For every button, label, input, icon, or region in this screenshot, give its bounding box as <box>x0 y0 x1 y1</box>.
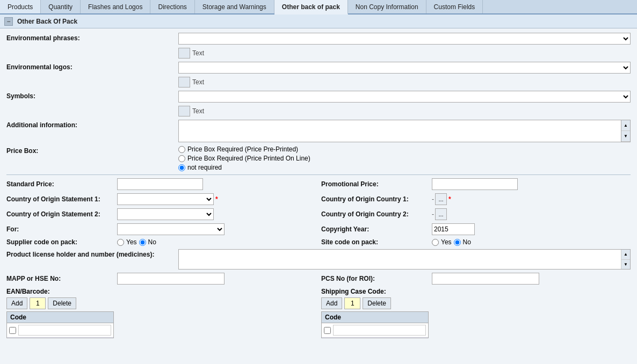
ean-row-checkbox[interactable] <box>9 327 16 334</box>
country-origin-country2-label: Country of Origin Country 2: <box>321 210 429 218</box>
additional-info-field: ▲ ▼ <box>178 120 631 142</box>
product-license-label: Product license holder and number (medic… <box>6 249 178 258</box>
additional-info-textarea[interactable] <box>179 120 621 140</box>
price-box-on-line-radio[interactable] <box>178 155 185 162</box>
tab-quantity[interactable]: Quantity <box>41 0 81 13</box>
product-license-row: Product license holder and number (medic… <box>6 249 631 270</box>
for-label: For: <box>6 225 114 233</box>
symbols-row: Symbols: Text <box>6 91 631 117</box>
symbols-select[interactable] <box>178 91 631 103</box>
tab-products[interactable]: Products <box>0 0 41 13</box>
site-code-yes-label: Yes <box>441 238 452 246</box>
promotional-price-input[interactable] <box>432 178 518 190</box>
pcs-no-input[interactable] <box>432 273 539 285</box>
country-origin-country2-ellipsis-btn[interactable]: ... <box>435 208 447 220</box>
ean-barcode-controls: Add Delete <box>6 297 316 309</box>
country-origin-country1-dash: - <box>432 195 434 203</box>
shipping-code-column-header: Code <box>322 312 428 323</box>
supplier-code-col: Supplier code on pack: Yes No <box>6 238 316 246</box>
product-license-spinner-up[interactable]: ▲ <box>621 250 630 260</box>
price-box-not-required-radio[interactable] <box>178 164 185 171</box>
country-origin-stmt1-select[interactable] <box>117 193 214 205</box>
for-select[interactable] <box>117 223 225 235</box>
ean-count-input[interactable] <box>30 297 46 309</box>
mapp-hse-label: MAPP or HSE No: <box>6 275 114 282</box>
mapp-hse-col: MAPP or HSE No: <box>6 273 316 285</box>
promotional-price-label: Promotional Price: <box>321 180 429 188</box>
product-license-textarea[interactable] <box>179 250 621 269</box>
environmental-logos-row: Environmental logos: Text <box>6 62 631 88</box>
shipping-delete-btn[interactable]: Delete <box>363 297 391 309</box>
copyright-year-input[interactable]: 2015 <box>432 223 475 235</box>
ean-code-input[interactable] <box>18 325 111 336</box>
supplier-code-no-radio[interactable] <box>139 239 146 246</box>
price-box-pre-printed: Price Box Required (Price Pre-Printed) <box>178 145 310 153</box>
price-box-on-line: Price Box Required (Price Printed On Lin… <box>178 155 310 162</box>
supplier-code-no-label: No <box>148 238 156 246</box>
environmental-logos-text-btn[interactable] <box>178 77 190 88</box>
symbols-label: Symbols: <box>6 91 178 100</box>
ean-barcode-label: EAN/Barcode: <box>6 288 316 295</box>
symbols-select-wrapper <box>178 91 631 103</box>
price-box-label: Price Box: <box>6 145 178 155</box>
mapp-hse-input[interactable] <box>117 273 225 285</box>
symbols-text-btn[interactable] <box>178 106 190 117</box>
ean-barcode-col: EAN/Barcode: Add Delete Code <box>6 288 316 338</box>
country-origin-stmt1-label: Country of Origin Statement 1: <box>6 195 114 203</box>
product-license-field: ▲ ▼ <box>178 249 631 270</box>
environmental-phrases-text-row: Text <box>178 48 631 59</box>
environmental-logos-label: Environmental logos: <box>6 62 178 71</box>
ean-delete-btn[interactable]: Delete <box>48 297 76 309</box>
content-area: Environmental phrases: Text Environmenta… <box>0 28 637 364</box>
environmental-phrases-select-wrapper <box>178 33 631 45</box>
shipping-case-label: Shipping Case Code: <box>321 288 631 295</box>
ean-code-column-header: Code <box>7 312 113 323</box>
site-code-yes-radio[interactable] <box>432 239 439 246</box>
country-origin-country2-dash: - <box>432 210 434 218</box>
standard-price-input[interactable] <box>117 178 203 190</box>
environmental-phrases-select[interactable] <box>178 33 631 45</box>
supplier-code-yes-radio[interactable] <box>117 239 124 246</box>
environmental-logos-field: Text <box>178 62 631 88</box>
country-origin-country1-label: Country of Origin Country 1: <box>321 195 429 203</box>
site-code-label: Site code on pack: <box>321 238 429 246</box>
ean-add-btn[interactable]: Add <box>6 297 27 309</box>
site-code-radio-group: Yes No <box>432 238 471 246</box>
country-origin-country1-col: Country of Origin Country 1: - ... * <box>321 193 631 205</box>
country-origin-country1-ellipsis-btn[interactable]: ... <box>435 193 447 205</box>
pcs-no-col: PCS No (for ROI): <box>321 273 631 285</box>
shipping-add-btn[interactable]: Add <box>321 297 342 309</box>
shipping-code-input[interactable] <box>333 325 426 336</box>
site-code-no-label: No <box>463 238 471 246</box>
environmental-logos-text-label: Text <box>192 78 204 86</box>
collapse-button[interactable]: − <box>4 17 13 26</box>
shipping-row-checkbox[interactable] <box>324 327 331 334</box>
price-box-pre-printed-radio[interactable] <box>178 146 185 153</box>
site-code-no-radio[interactable] <box>454 239 461 246</box>
tab-other-back-pack[interactable]: Other back of pack <box>274 0 348 14</box>
for-copyright-row: For: Copyright Year: 2015 <box>6 223 631 235</box>
tab-non-copy[interactable]: Non Copy Information <box>348 0 426 13</box>
standard-price-col: Standard Price: <box>6 178 316 190</box>
divider-1 <box>6 174 631 175</box>
tab-flashes-logos[interactable]: Flashes and Logos <box>81 0 150 13</box>
country-origin-stmt1-col: Country of Origin Statement 1: * <box>6 193 316 205</box>
environmental-phrases-text-btn[interactable] <box>178 48 190 59</box>
product-license-spinner-down[interactable]: ▼ <box>621 260 630 270</box>
supplier-site-row: Supplier code on pack: Yes No Site code … <box>6 238 631 246</box>
symbols-text-row: Text <box>178 106 631 117</box>
environmental-phrases-label: Environmental phrases: <box>6 33 178 42</box>
price-box-on-line-label: Price Box Required (Price Printed On Lin… <box>187 155 310 162</box>
tab-directions[interactable]: Directions <box>150 0 194 13</box>
symbols-field: Text <box>178 91 631 117</box>
shipping-count-input[interactable] <box>344 297 360 309</box>
environmental-phrases-text-label: Text <box>192 49 204 57</box>
spinner-down-btn[interactable]: ▼ <box>621 131 630 142</box>
additional-info-row: Additional information: ▲ ▼ <box>6 120 631 142</box>
spinner-up-btn[interactable]: ▲ <box>621 120 630 131</box>
environmental-logos-select[interactable] <box>178 62 631 74</box>
tab-custom-fields[interactable]: Custom Fields <box>426 0 483 13</box>
country-origin-stmt1-required: * <box>215 195 218 203</box>
country-origin-stmt2-select[interactable] <box>117 208 214 220</box>
tab-storage-warnings[interactable]: Storage and Warnings <box>195 0 274 13</box>
